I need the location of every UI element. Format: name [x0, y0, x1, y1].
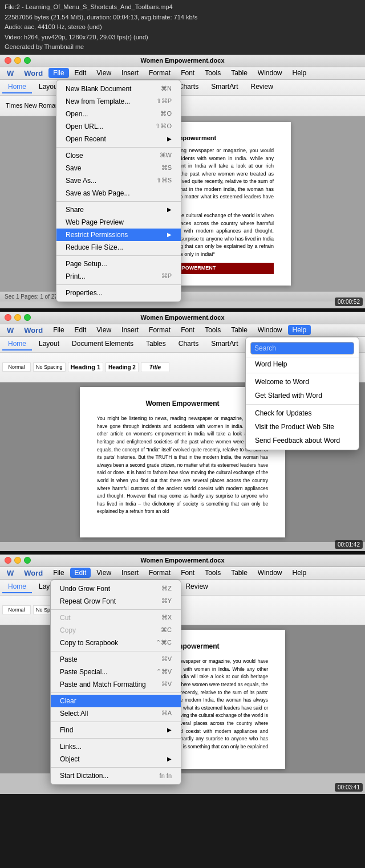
menu-font-2[interactable]: Font	[176, 325, 199, 335]
maximize-button-3[interactable]	[24, 557, 31, 564]
tab-home-2[interactable]: Home	[2, 338, 32, 351]
style-no-spacing[interactable]: No Spacing	[33, 362, 66, 372]
close-button-2[interactable]	[5, 314, 11, 321]
tab-smartart[interactable]: SmartArt	[205, 81, 244, 93]
style-normal[interactable]: Normal	[2, 362, 31, 372]
edit-paste-match[interactable]: Paste and Match Formatting ⌘V	[51, 678, 181, 691]
maximize-button-2[interactable]	[24, 314, 31, 321]
edit-paste[interactable]: Paste ⌘V	[51, 653, 181, 666]
edit-paste-special[interactable]: Paste Special... ⌃⌘V	[51, 666, 181, 678]
menu-word-2[interactable]: Word	[19, 325, 47, 336]
menu-print[interactable]: Print... ⌘P	[56, 270, 181, 283]
menu-font-3[interactable]: Font	[176, 568, 199, 578]
menu-table-3[interactable]: Table	[226, 568, 252, 578]
menu-open[interactable]: Open... ⌘O	[56, 108, 181, 120]
tab-layout-2[interactable]: Layout	[33, 338, 65, 351]
edit-find[interactable]: Find ▶	[51, 724, 181, 736]
menu-edit-3[interactable]: Edit	[70, 568, 91, 578]
menu-save-as[interactable]: Save As... ⇧⌘S	[56, 174, 181, 187]
tab-home[interactable]: Home	[2, 81, 32, 93]
menu-format-3[interactable]: Format	[144, 568, 175, 578]
menu-web-preview[interactable]: Web Page Preview	[56, 216, 181, 229]
menu-table-2[interactable]: Table	[226, 325, 252, 335]
edit-repeat[interactable]: Repeat Grow Font ⌘Y	[51, 595, 181, 608]
font-name[interactable]: Times New Roman	[2, 101, 62, 110]
menu-tools-3[interactable]: Tools	[200, 568, 225, 578]
close-button[interactable]	[5, 57, 11, 64]
menu-file-3[interactable]: File	[48, 568, 68, 578]
menu-new-blank[interactable]: New Blank Document ⌘N	[56, 83, 181, 95]
edit-clear[interactable]: Clear	[51, 695, 181, 707]
menu-close[interactable]: Close ⌘W	[56, 149, 181, 162]
edit-copy-scrapbook[interactable]: Copy to Scrapbook ⌃⌘C	[51, 637, 181, 649]
menu-window-2[interactable]: Window	[253, 325, 287, 335]
menu-insert[interactable]: Insert	[117, 68, 143, 78]
minimize-button-3[interactable]	[14, 557, 21, 564]
menu-word[interactable]: Word	[19, 68, 47, 79]
menu-page-setup[interactable]: Page Setup...	[56, 258, 181, 270]
menu-help[interactable]: Help	[288, 68, 311, 78]
close-button-3[interactable]	[5, 557, 11, 564]
menu-view-3[interactable]: View	[92, 568, 116, 578]
word-logo[interactable]: W	[2, 68, 18, 79]
help-feedback[interactable]: Send Feedback about Word	[246, 434, 359, 447]
menu-file[interactable]: File	[48, 68, 68, 78]
word-logo-3[interactable]: W	[2, 568, 18, 578]
edit-object[interactable]: Object ▶	[51, 753, 181, 765]
menu-window-3[interactable]: Window	[253, 568, 287, 578]
minimize-button-2[interactable]	[14, 314, 21, 321]
menu-save-web[interactable]: Save as Web Page...	[56, 187, 181, 199]
help-check-updates[interactable]: Check for Updates	[246, 406, 359, 420]
minimize-button[interactable]	[14, 57, 21, 64]
edit-cut[interactable]: Cut ⌘X	[51, 612, 181, 624]
help-search-input[interactable]	[250, 342, 354, 354]
tab-review-3[interactable]: Review	[180, 581, 213, 593]
menu-word-3[interactable]: Word	[19, 568, 47, 578]
menu-font[interactable]: Font	[176, 68, 199, 78]
help-product-web[interactable]: Visit the Product Web Site	[246, 420, 359, 434]
tab-charts-2[interactable]: Charts	[173, 338, 204, 351]
menu-tools-2[interactable]: Tools	[200, 325, 225, 335]
style-heading2[interactable]: Heading 2	[106, 362, 139, 372]
menu-save[interactable]: Save ⌘S	[56, 162, 181, 174]
edit-dictation[interactable]: Start Dictation... fn fn	[51, 769, 181, 782]
menu-open-recent[interactable]: Open Recent ▶	[56, 133, 181, 145]
style-normal-3[interactable]: Normal	[2, 605, 31, 614]
menu-share[interactable]: Share ▶	[56, 203, 181, 216]
edit-undo[interactable]: Undo Grow Font ⌘Z	[51, 582, 181, 595]
menu-help-2[interactable]: Help	[288, 325, 311, 335]
word-logo-2[interactable]: W	[2, 325, 18, 336]
menu-insert-2[interactable]: Insert	[117, 325, 143, 335]
help-word-help[interactable]: Word Help	[246, 357, 359, 371]
help-get-started[interactable]: Get Started with Word	[246, 389, 359, 402]
menu-properties[interactable]: Properties...	[56, 287, 181, 299]
menu-format-2[interactable]: Format	[144, 325, 175, 335]
edit-copy[interactable]: Copy ⌘C	[51, 624, 181, 637]
tab-smartart-2[interactable]: SmartArt	[205, 338, 244, 351]
menu-format[interactable]: Format	[144, 68, 175, 78]
menu-view-2[interactable]: View	[92, 325, 116, 335]
tab-home-3[interactable]: Home	[2, 581, 32, 593]
edit-select-all[interactable]: Select All ⌘A	[51, 707, 181, 720]
menu-table[interactable]: Table	[226, 68, 252, 78]
menu-help-3[interactable]: Help	[288, 568, 311, 578]
maximize-button[interactable]	[24, 57, 31, 64]
style-heading1[interactable]: Heading 1	[68, 362, 104, 372]
menu-edit[interactable]: Edit	[70, 68, 91, 78]
menu-edit-2[interactable]: Edit	[70, 325, 91, 335]
menu-restrict[interactable]: Restrict Permissions ▶	[56, 229, 181, 241]
menu-window[interactable]: Window	[253, 68, 287, 78]
edit-links[interactable]: Links...	[51, 740, 181, 753]
menu-open-url[interactable]: Open URL... ⇧⌘O	[56, 120, 181, 133]
tab-doc-elements-2[interactable]: Document Elements	[66, 338, 139, 351]
menu-file-2[interactable]: File	[48, 325, 68, 335]
tab-tables-2[interactable]: Tables	[140, 338, 172, 351]
menu-insert-3[interactable]: Insert	[117, 568, 143, 578]
menu-reduce[interactable]: Reduce File Size...	[56, 241, 181, 254]
menu-tools[interactable]: Tools	[200, 68, 225, 78]
menu-view[interactable]: View	[92, 68, 116, 78]
menu-new-template[interactable]: New from Template... ⇧⌘P	[56, 95, 181, 108]
tab-review[interactable]: Review	[245, 81, 278, 93]
style-title[interactable]: Title	[141, 362, 169, 372]
help-welcome[interactable]: Welcome to Word	[246, 375, 359, 389]
